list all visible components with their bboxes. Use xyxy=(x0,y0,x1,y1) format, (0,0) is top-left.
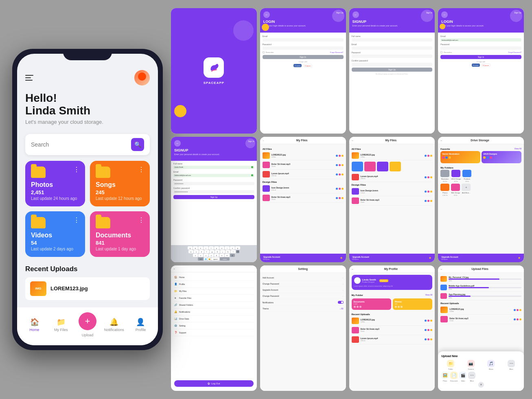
fullname-input[interactable] xyxy=(352,38,433,42)
more-dots[interactable]: ⋮ xyxy=(73,216,80,224)
forgot-password-link[interactable]: Forgot Password? xyxy=(330,51,343,53)
nav-profile[interactable]: 👤 Profile xyxy=(127,318,154,332)
search-bar[interactable]: 🔍 xyxy=(25,134,150,155)
facebook-login[interactable]: f Lorem xyxy=(472,64,480,67)
upgrade-banner3[interactable]: Upgrade Account $10/year ★ xyxy=(438,254,524,262)
file-row[interactable]: Dolor Sit Amet.mp3 12mb xyxy=(440,315,521,324)
file-row[interactable]: LOREM123.jpg 120kb xyxy=(352,151,433,160)
signin-link[interactable]: Sign In xyxy=(426,11,433,14)
folder-item[interactable]: UI/UX Design 48 File xyxy=(451,170,461,182)
nav-my-files[interactable]: 📁 My Files xyxy=(48,318,74,332)
sign-in-btn[interactable]: Sign In xyxy=(440,55,521,59)
more-dots[interactable]: ⋮ xyxy=(138,166,145,173)
menu-notifications[interactable]: 🔔 Notifications xyxy=(174,309,254,316)
back-button[interactable]: ← xyxy=(174,140,181,147)
folder-item[interactable]: Illustration 184 File xyxy=(440,170,449,182)
avatar[interactable] xyxy=(134,70,150,86)
google-login[interactable]: G Ipsum xyxy=(482,64,490,67)
file-row[interactable]: Icon Design.lorem 4.5mb xyxy=(263,184,344,193)
key-q[interactable]: q xyxy=(188,246,193,250)
more-dots[interactable]: ⋮ xyxy=(138,216,145,224)
upload-folder[interactable]: 📁 Folder xyxy=(441,360,460,370)
menu-files[interactable]: 📁 My Files xyxy=(174,288,254,295)
upgrade-banner[interactable]: Upgrade Account $10/year ★ xyxy=(260,254,346,262)
menu-support[interactable]: ❓ Support xyxy=(174,329,254,336)
remember-checkbox[interactable] xyxy=(263,51,265,53)
upload-camera[interactable]: 📷 Camera xyxy=(462,360,480,370)
folder-item[interactable]: Photos 1,240 File xyxy=(440,184,449,196)
back-arrow[interactable]: ← xyxy=(173,267,175,270)
key-i[interactable]: i xyxy=(225,246,230,250)
back-arrow[interactable]: ← xyxy=(440,139,442,142)
signup-link2[interactable]: Sign Up xyxy=(514,11,521,14)
back-button[interactable]: ← xyxy=(352,11,359,18)
sign-in-button[interactable]: Sign In xyxy=(263,55,344,59)
menu-icon[interactable] xyxy=(25,75,33,81)
back-button[interactable]: ← xyxy=(263,11,270,18)
upgrade-account-item[interactable]: Upgrade Account › xyxy=(263,287,344,293)
toggle-on[interactable] xyxy=(338,301,344,304)
videos-folder[interactable]: ⋮ Videos 54 Last update 2 days ago xyxy=(25,211,85,257)
file-row[interactable]: Lorem Ipsum.mp4 256mb xyxy=(352,335,433,344)
songs-folder[interactable]: ⋮ Songs 245 Last update 12 hours ago xyxy=(90,161,150,206)
back-arrow[interactable]: ← xyxy=(352,139,354,142)
key-t[interactable]: t xyxy=(209,246,214,250)
menu-profile[interactable]: 👤 Profile xyxy=(174,281,254,288)
upload-photo[interactable]: 🖼️ Photo xyxy=(441,372,449,382)
file-row[interactable]: LOREM123.jpg 120kb xyxy=(352,316,433,326)
upload-document[interactable]: 📄 Document xyxy=(450,372,458,382)
remember-checkbox[interactable] xyxy=(440,51,442,53)
menu-setting[interactable]: ⚙️ Setting xyxy=(174,322,254,329)
file-row[interactable]: LOREM123.jpg 120kb xyxy=(440,305,521,315)
menu-drive[interactable]: 📊 Drive Stats xyxy=(174,316,254,322)
change-password-item[interactable]: Change Password › xyxy=(263,281,344,287)
file-row[interactable]: Icon Design.lorem 4.5mb xyxy=(352,187,433,196)
file-row[interactable]: Lorem Ipsum.mp4 256mb xyxy=(263,170,344,179)
change-password-item2[interactable]: Change Password › xyxy=(263,293,344,299)
theme-item[interactable]: Theme › 80 xyxy=(263,306,344,312)
password-input[interactable] xyxy=(352,55,433,58)
file-item[interactable]: IMG LOREM123.jpg xyxy=(25,277,150,300)
signup-link[interactable]: Sign Up xyxy=(336,11,344,14)
email-input[interactable] xyxy=(352,46,433,50)
search-input[interactable] xyxy=(31,141,131,148)
file-row[interactable]: LOREM123.jpg 120kb xyxy=(263,151,344,160)
file-row[interactable]: Dolor Sit Amet.mp3 12mb xyxy=(352,326,433,335)
add-account-item[interactable]: Add Account › xyxy=(263,275,344,281)
back-arrow[interactable]: ← xyxy=(440,268,442,270)
back-arrow[interactable]: ← xyxy=(352,268,354,270)
folder-item[interactable]: Web Design 94 File xyxy=(451,184,460,196)
nav-home[interactable]: 🏠 Home xyxy=(21,318,48,332)
upload-more[interactable]: ⋯ More xyxy=(502,360,521,370)
google-login[interactable]: G Ipsum xyxy=(303,64,312,67)
view-all-link[interactable]: View All xyxy=(514,147,521,150)
key-u[interactable]: u xyxy=(219,246,224,250)
password-input[interactable] xyxy=(263,46,344,50)
nav-notifications[interactable]: 🔔 Notifications xyxy=(101,318,127,332)
file-row[interactable]: Dolor Sit Amet.mp3 12mb xyxy=(352,196,433,206)
view-all2[interactable]: View All xyxy=(425,294,432,296)
search-button[interactable]: 🔍 xyxy=(131,138,144,151)
photos-folder[interactable]: ⋮ Photos 2,451 Last update 24 hours ago xyxy=(25,161,85,206)
key-r[interactable]: r xyxy=(204,246,208,250)
confirm-password-input[interactable] xyxy=(352,63,433,66)
nav-upload[interactable]: + Upload xyxy=(74,312,101,337)
upload-music[interactable]: 🎵 Music xyxy=(482,360,501,370)
close-modal-button[interactable]: ✕ xyxy=(478,382,484,388)
facebook-login[interactable]: f Lorem xyxy=(293,64,302,67)
add-more[interactable]: + Add More... xyxy=(462,184,471,196)
back-arrow[interactable]: ← xyxy=(263,139,265,142)
documents-folder[interactable]: ⋮ Documents 841 Last update 1 day ago xyxy=(90,211,150,257)
forgot-link[interactable]: Forgot Password? xyxy=(508,51,521,53)
upload-more2[interactable]: ⋯ More xyxy=(468,372,475,382)
menu-home[interactable]: 🏠 Home xyxy=(174,274,254,281)
signup-button[interactable]: Sign Up xyxy=(352,68,433,72)
file-row[interactable]: Dolor Sit Amet.mp3 12mb xyxy=(263,193,344,203)
folder-item[interactable]: Products 28 File xyxy=(462,170,471,182)
upload-button[interactable]: + xyxy=(79,312,96,330)
upgrade-banner2[interactable]: Upgrade Account $10/year ★ xyxy=(349,254,435,262)
key-p[interactable]: p xyxy=(235,246,240,250)
file-row[interactable]: Lorem Ipsum.mp4 256mb xyxy=(352,173,433,182)
signup-button[interactable]: Sign Up xyxy=(173,195,254,199)
more-dots[interactable]: ⋮ xyxy=(73,166,80,173)
